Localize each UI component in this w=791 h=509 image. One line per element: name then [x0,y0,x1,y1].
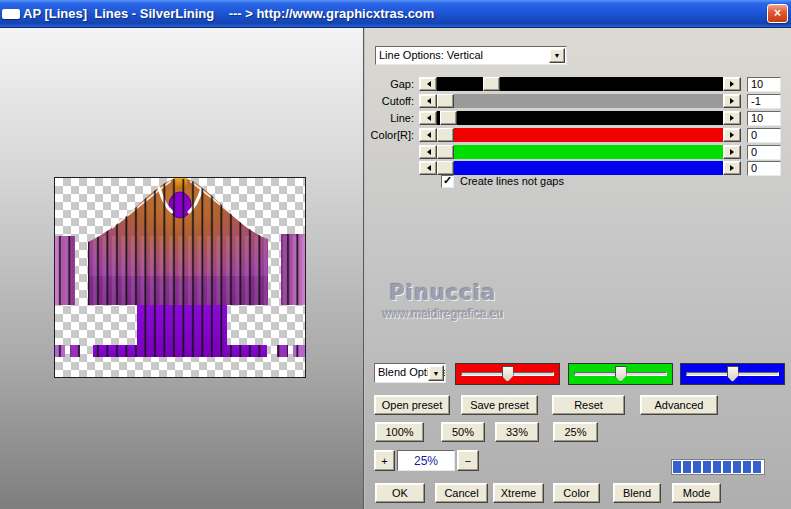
slider-thumb[interactable] [437,94,454,108]
progress-segment [693,461,701,473]
slider-right-arrow-button[interactable] [723,145,741,159]
slider-right-arrow-button[interactable] [723,128,741,142]
cancel-button[interactable]: Cancel [435,483,488,503]
progress-segment [743,461,751,473]
zoom-25-button[interactable]: 25% [553,422,598,442]
slider-thumb[interactable] [437,128,454,142]
red-mixer-slider[interactable] [455,363,560,385]
button-label: OK [392,487,408,499]
mixer-thumb[interactable] [727,366,739,382]
slider-row-cutoff: Cutoff: -1 [366,94,781,108]
slider-left-arrow-button[interactable] [419,111,437,125]
mode-button[interactable]: Mode [672,483,721,503]
blue-mixer-slider[interactable] [680,363,785,385]
zoom-100-button[interactable]: 100% [375,422,424,442]
slider-track[interactable] [437,145,723,159]
chevron-down-icon: ▼ [554,52,561,59]
slider-value-field[interactable]: 10 [747,111,781,126]
arrow-right-icon [730,115,737,121]
slider-row-color-blue: 0 [366,161,781,175]
button-label: Advanced [655,399,704,411]
slider-right-arrow-button[interactable] [723,94,741,108]
dropdown-arrow-button[interactable]: ▼ [428,365,444,381]
arrow-right-icon [730,132,737,138]
advanced-button[interactable]: Advanced [640,395,718,415]
button-label: Xtreme [501,487,536,499]
arrow-left-icon [424,132,431,138]
progress-segment [733,461,741,473]
slider-thumb[interactable] [483,77,500,91]
preview-panel [0,28,364,509]
slider-left-arrow-button[interactable] [419,128,437,142]
green-mixer-slider[interactable] [568,363,673,385]
app-icon [2,9,20,19]
arrow-left-icon [424,165,431,171]
slider-row-color-red: Color[R]: 0 [366,128,781,142]
zoom-out-button[interactable]: − [457,450,479,471]
progress-bar [671,459,765,475]
slider-right-arrow-button[interactable] [723,111,741,125]
button-label: Cancel [444,487,478,499]
arrow-right-icon [730,165,737,171]
slider-label: Gap: [366,77,419,91]
slider-value-field[interactable]: 10 [747,77,781,92]
reset-button[interactable]: Reset [552,395,625,415]
slider-value-field[interactable]: -1 [747,94,781,109]
create-lines-checkbox[interactable]: ✓ [441,175,454,188]
button-label: Color [563,487,589,499]
button-label: 33% [506,426,528,438]
slider-right-arrow-button[interactable] [723,77,741,91]
slider-right-arrow-button[interactable] [723,161,741,175]
blend-button[interactable]: Blend [613,483,661,503]
slider-track[interactable] [437,94,723,108]
image-preview[interactable] [54,177,306,378]
slider-left-arrow-button[interactable] [419,77,437,91]
button-label: Open preset [382,399,443,411]
slider-track[interactable] [437,128,723,142]
line-options-value: Line Options: Vertical [376,47,566,64]
progress-segment [673,461,681,473]
minus-icon: − [465,455,471,467]
slider-thumb[interactable] [437,161,454,175]
progress-segment [683,461,691,473]
close-icon: × [774,6,781,20]
blend-options-dropdown[interactable]: Blend Options ▼ [374,363,446,383]
slider-left-arrow-button[interactable] [419,161,437,175]
slider-track[interactable] [437,77,723,91]
slider-value-field[interactable]: 0 [747,128,781,143]
button-label: Mode [683,487,711,499]
line-options-dropdown[interactable]: Line Options: Vertical ▼ [375,46,567,65]
watermark: Pinuccia www.maidiregrafica.eu [368,281,518,321]
progress-segment [723,461,731,473]
mixer-thumb[interactable] [502,366,514,382]
color-button[interactable]: Color [553,483,600,503]
arrow-left-icon [424,149,431,155]
zoom-33-button[interactable]: 33% [495,422,539,442]
slider-thumb[interactable] [437,145,454,159]
slider-value-field[interactable]: 0 [747,161,781,176]
xtreme-button[interactable]: Xtreme [493,483,544,503]
open-preset-button[interactable]: Open preset [374,395,450,415]
mixer-thumb[interactable] [615,366,627,382]
slider-label: Color[R]: [366,128,419,142]
slider-left-arrow-button[interactable] [419,145,437,159]
plus-icon: + [381,455,387,467]
watermark-name: Pinuccia [368,281,518,305]
slider-value-field[interactable]: 0 [747,145,781,160]
arrow-right-icon [730,149,737,155]
slider-label [366,145,419,159]
slider-track[interactable] [437,111,723,125]
dropdown-arrow-button[interactable]: ▼ [549,48,565,63]
zoom-50-button[interactable]: 50% [441,422,485,442]
title-bar[interactable]: AP [Lines] Lines - SilverLining --- > ht… [0,0,791,28]
arrow-left-icon [424,81,431,87]
slider-left-arrow-button[interactable] [419,94,437,108]
slider-track[interactable] [437,161,723,175]
slider-thumb[interactable] [440,111,457,125]
chevron-down-icon: ▼ [433,370,440,377]
close-button[interactable]: × [767,4,788,23]
zoom-level-display: 25% [397,450,455,471]
save-preset-button[interactable]: Save preset [461,395,538,415]
zoom-in-button[interactable]: + [374,450,395,471]
ok-button[interactable]: OK [375,483,425,503]
